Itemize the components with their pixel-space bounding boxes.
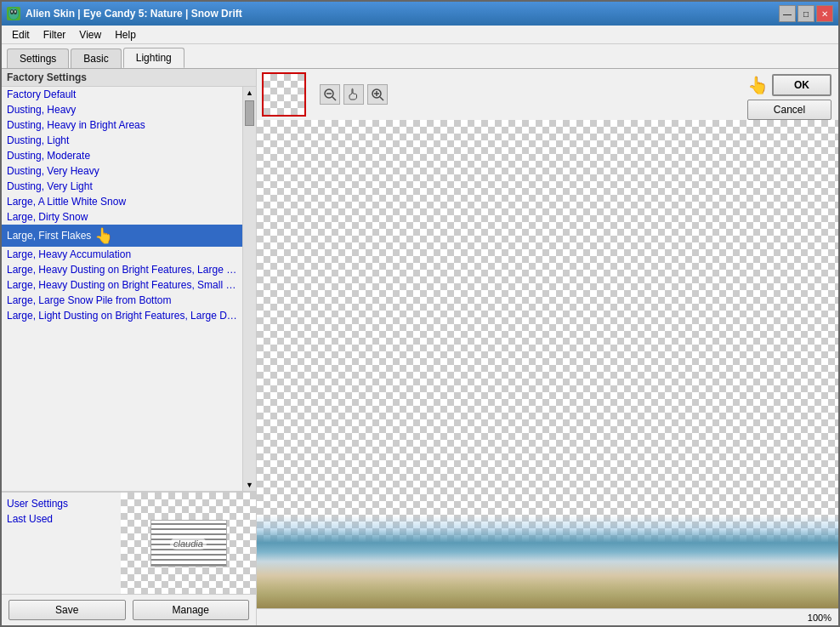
presets-list: Factory Default Dusting, Heavy Dusting, … [2, 87, 242, 491]
svg-line-9 [380, 97, 383, 100]
presets-header: Factory Settings [2, 69, 256, 87]
title-bar: Alien Skin | Eye Candy 5: Nature | Snow … [2, 2, 838, 26]
close-button[interactable]: ✕ [816, 5, 833, 22]
maximize-button[interactable]: □ [797, 5, 814, 22]
ok-button[interactable]: OK [772, 74, 831, 96]
preset-dusting-moderate[interactable]: Dusting, Moderate [2, 148, 242, 163]
preview-canvas[interactable] [257, 120, 838, 608]
scroll-thumb[interactable] [245, 100, 254, 126]
menu-filter[interactable]: Filter [37, 27, 73, 43]
preset-dusting-very-light[interactable]: Dusting, Very Light [2, 179, 242, 194]
status-bar: 100% [257, 608, 838, 625]
preset-dusting-light[interactable]: Dusting, Light [2, 133, 242, 148]
zoom-out-tool[interactable] [320, 84, 340, 105]
zoom-in-tool[interactable] [367, 84, 388, 105]
preset-dusting-very-heavy[interactable]: Dusting, Very Heavy [2, 163, 242, 179]
tab-basic[interactable]: Basic [71, 48, 121, 68]
user-text-list: User Settings Last Used [2, 493, 121, 594]
hand-cursor-icon: 👆 [94, 226, 113, 245]
scroll-up-btn[interactable]: ▲ [243, 87, 256, 99]
preset-large-little-white-snow[interactable]: Large, A Little White Snow [2, 194, 242, 209]
cancel-button[interactable]: Cancel [747, 100, 831, 120]
preset-large-heavy-dusting-large[interactable]: Large, Heavy Dusting on Bright Features,… [2, 262, 242, 277]
menu-bar: Edit Filter View Help [2, 26, 838, 44]
minimize-button[interactable]: — [779, 5, 796, 22]
tabs-row: Settings Basic Lighting [2, 44, 838, 69]
window-controls: — □ ✕ [779, 5, 833, 22]
svg-point-4 [14, 10, 16, 13]
menu-edit[interactable]: Edit [5, 27, 37, 43]
last-used-item[interactable]: Last Used [2, 511, 121, 527]
menu-help[interactable]: Help [108, 27, 143, 43]
main-content: Factory Settings Factory Default Dusting… [2, 69, 838, 625]
presets-list-container: Factory Default Dusting, Heavy Dusting, … [2, 87, 256, 491]
presets-section: Factory Settings Factory Default Dusting… [2, 69, 256, 492]
zoom-level: 100% [808, 613, 831, 623]
scroll-down-btn[interactable]: ▼ [243, 479, 256, 491]
ok-cursor-icon: 👆 [747, 75, 769, 95]
tab-lighting[interactable]: Lighting [123, 48, 184, 68]
bottom-buttons: Save Manage [2, 594, 256, 625]
main-window: Alien Skin | Eye Candy 5: Nature | Snow … [0, 0, 840, 627]
preset-large-heavy-dusting-small[interactable]: Large, Heavy Dusting on Bright Features,… [2, 277, 242, 293]
svg-point-0 [9, 8, 19, 20]
watermark: claudia [121, 493, 256, 594]
tab-settings[interactable]: Settings [7, 48, 69, 68]
menu-view[interactable]: View [72, 27, 108, 43]
preset-large-light-dusting-large[interactable]: Large, Light Dusting on Bright Features,… [2, 308, 242, 323]
svg-point-3 [11, 10, 13, 13]
top-right-buttons: 👆 OK Cancel [741, 69, 838, 125]
user-thumbnail-area: claudia [121, 493, 256, 594]
preset-factory-default[interactable]: Factory Default [2, 87, 242, 102]
svg-line-6 [332, 97, 336, 100]
window-title: Alien Skin | Eye Candy 5: Nature | Snow … [26, 8, 779, 20]
preset-large-dirty-snow[interactable]: Large, Dirty Snow [2, 209, 242, 225]
preview-thumbnail [262, 72, 306, 117]
preset-large-first-flakes[interactable]: Large, First Flakes 👆 [2, 225, 242, 247]
save-button[interactable]: Save [9, 600, 126, 620]
ok-area: 👆 OK [747, 74, 831, 96]
presets-scrollbar[interactable]: ▲ ▼ [242, 87, 256, 491]
manage-button[interactable]: Manage [133, 600, 250, 620]
left-panel: Factory Settings Factory Default Dusting… [2, 69, 257, 625]
hand-tool[interactable] [343, 84, 364, 105]
preset-dusting-heavy-bright[interactable]: Dusting, Heavy in Bright Areas [2, 117, 242, 133]
preset-large-snow-pile[interactable]: Large, Large Snow Pile from Bottom [2, 293, 242, 308]
preview-image-bottom [257, 515, 838, 608]
user-settings-section: User Settings Last Used claudia [2, 492, 256, 594]
user-section-split: User Settings Last Used claudia [2, 493, 256, 594]
user-settings-item[interactable]: User Settings [2, 496, 121, 511]
right-panel: 👆 OK Cancel [257, 69, 838, 625]
user-settings-list: User Settings Last Used [2, 493, 121, 530]
preset-large-heavy-accumulation[interactable]: Large, Heavy Accumulation [2, 247, 242, 262]
preset-dusting-heavy[interactable]: Dusting, Heavy [2, 102, 242, 117]
watermark-label: claudia [170, 538, 207, 550]
app-icon [7, 7, 20, 20]
